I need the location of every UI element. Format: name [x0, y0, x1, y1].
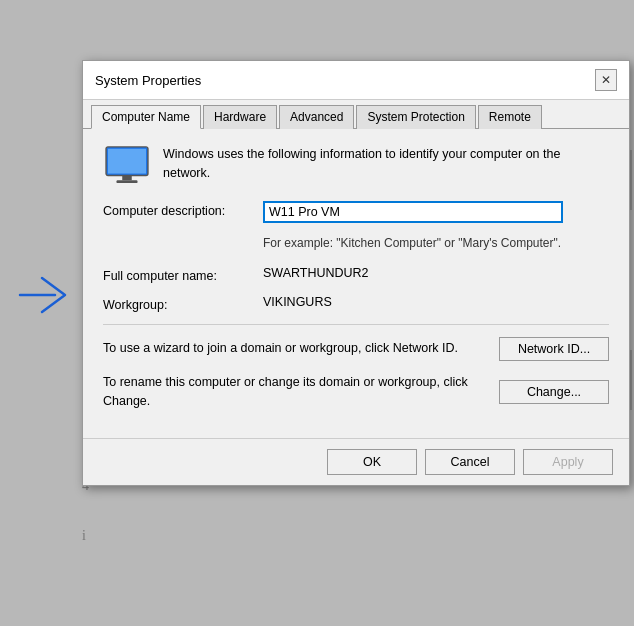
computer-description-row: Computer description: [103, 201, 609, 223]
workgroup-row: Workgroup: VIKINGURS [103, 295, 609, 312]
network-id-row: To use a wizard to join a domain or work… [103, 337, 609, 361]
close-button[interactable]: ✕ [595, 69, 617, 91]
tab-computer-name[interactable]: Computer Name [91, 105, 201, 129]
tab-remote[interactable]: Remote [478, 105, 542, 129]
workgroup-value: VIKINGURS [263, 295, 332, 309]
title-bar: System Properties ✕ [83, 61, 629, 100]
change-row: To rename this computer or change its do… [103, 373, 609, 411]
svg-rect-1 [108, 149, 146, 174]
computer-description-label: Computer description: [103, 201, 263, 218]
computer-description-input[interactable] [263, 201, 563, 223]
info-row: Windows uses the following information t… [103, 145, 609, 185]
full-computer-name-label: Full computer name: [103, 266, 263, 283]
cancel-button[interactable]: Cancel [425, 449, 515, 475]
network-id-button[interactable]: Network ID... [499, 337, 609, 361]
svg-rect-2 [122, 175, 132, 180]
ok-button[interactable]: OK [327, 449, 417, 475]
tab-bar: Computer Name Hardware Advanced System P… [83, 100, 629, 129]
separator-1 [103, 324, 609, 325]
network-info-text: Windows uses the following information t… [163, 145, 609, 183]
full-computer-name-value: SWARTHUNDUR2 [263, 266, 369, 280]
tab-system-protection[interactable]: System Protection [356, 105, 475, 129]
tab-hardware[interactable]: Hardware [203, 105, 277, 129]
monitor-icon [103, 145, 151, 185]
computer-description-hint: For example: "Kitchen Computer" or "Mary… [263, 235, 609, 252]
tab-content: Windows uses the following information t… [83, 129, 629, 438]
change-button[interactable]: Change... [499, 380, 609, 404]
button-bar: OK Cancel Apply [83, 438, 629, 485]
dialog-title: System Properties [95, 73, 201, 88]
tab-advanced[interactable]: Advanced [279, 105, 354, 129]
apply-button[interactable]: Apply [523, 449, 613, 475]
system-properties-dialog: System Properties ✕ Computer Name Hardwa… [82, 60, 630, 486]
change-text: To rename this computer or change its do… [103, 373, 473, 411]
full-computer-name-row: Full computer name: SWARTHUNDUR2 [103, 266, 609, 283]
svg-rect-3 [117, 180, 138, 183]
network-id-text: To use a wizard to join a domain or work… [103, 339, 458, 358]
workgroup-label: Workgroup: [103, 295, 263, 312]
